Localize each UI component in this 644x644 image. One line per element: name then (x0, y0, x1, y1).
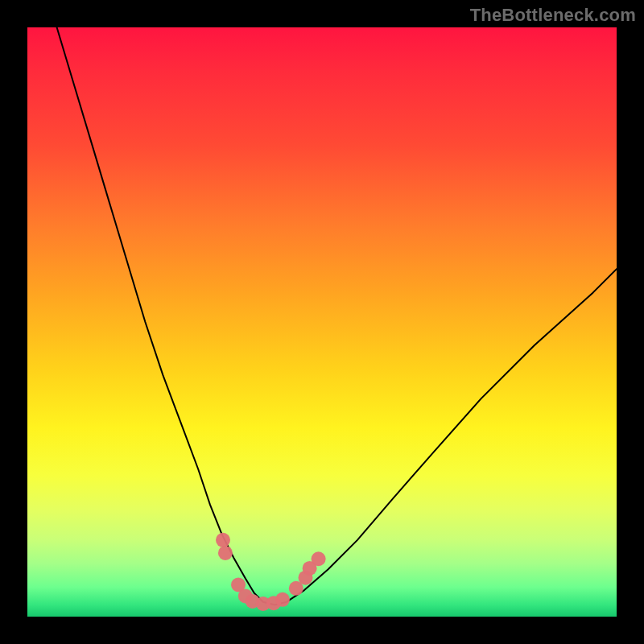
chart-frame: TheBottleneck.com (0, 0, 644, 644)
plot-area (27, 27, 617, 617)
watermark-text: TheBottleneck.com (470, 5, 636, 26)
marker-dot (275, 592, 290, 607)
marker-dot (218, 546, 233, 560)
bottleneck-curve (57, 27, 617, 605)
curve-path (57, 27, 617, 605)
marker-dot (312, 551, 326, 566)
marker-cluster (216, 533, 326, 611)
marker-dot (216, 533, 230, 547)
curve-svg (27, 27, 617, 617)
